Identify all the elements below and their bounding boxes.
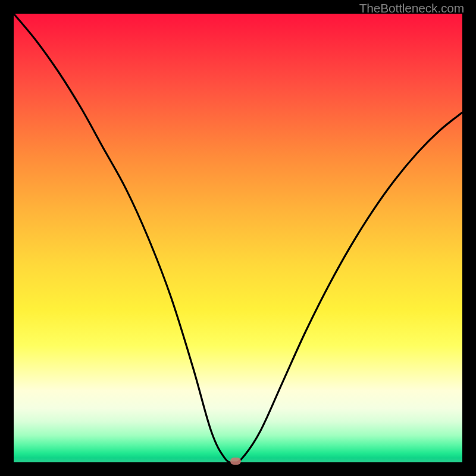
bottleneck-curve (14, 14, 462, 462)
optimal-point-marker (230, 458, 241, 465)
plot-area (14, 14, 462, 462)
chart-frame: TheBottleneck.com (0, 0, 476, 476)
